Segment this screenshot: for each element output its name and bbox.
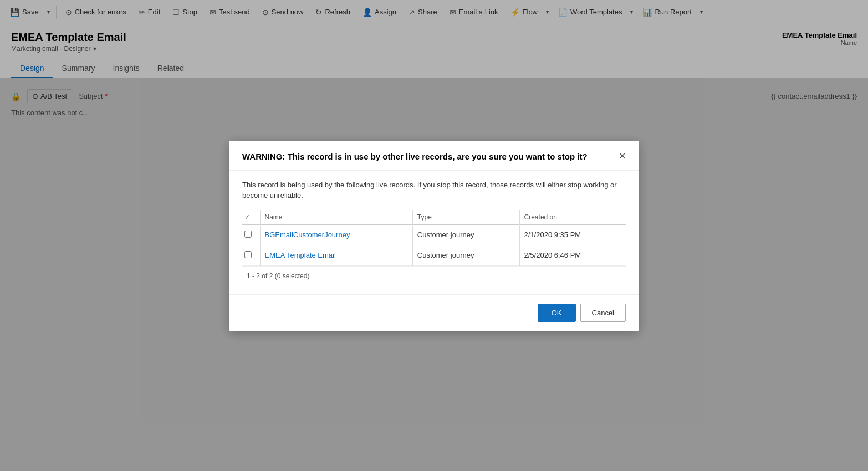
- table-name-header: Name: [260, 210, 412, 225]
- dialog-records-table: ✓ Name Type Created on BGEmailCustomerJo…: [242, 210, 626, 266]
- row-created-on: 2/1/2020 9:35 PM: [519, 224, 626, 245]
- row-type: Customer journey: [412, 245, 519, 265]
- row-type: Customer journey: [412, 224, 519, 245]
- cancel-button[interactable]: Cancel: [580, 304, 626, 322]
- table-row: BGEmailCustomerJourney Customer journey …: [242, 224, 626, 245]
- row-created-on: 2/5/2020 6:46 PM: [519, 245, 626, 265]
- row-checkbox[interactable]: [242, 224, 260, 245]
- ok-button[interactable]: OK: [538, 304, 576, 322]
- dialog-header: WARNING: This record is in use by other …: [229, 141, 639, 171]
- dialog-description: This record is being used by the followi…: [242, 180, 626, 201]
- row-name: BGEmailCustomerJourney: [260, 224, 412, 245]
- table-created-header: Created on: [519, 210, 626, 225]
- dialog-overlay: WARNING: This record is in use by other …: [0, 0, 868, 471]
- record-name-link[interactable]: BGEmailCustomerJourney: [265, 231, 350, 239]
- record-name-link[interactable]: EMEA Template Email: [265, 251, 336, 259]
- table-type-header: Type: [412, 210, 519, 225]
- warning-dialog: WARNING: This record is in use by other …: [229, 141, 639, 331]
- dialog-footer: OK Cancel: [229, 294, 639, 331]
- dialog-close-button[interactable]: ✕: [619, 152, 626, 161]
- table-check-header: ✓: [242, 210, 260, 225]
- dialog-title: WARNING: This record is in use by other …: [242, 152, 619, 161]
- dialog-body: This record is being used by the followi…: [229, 171, 639, 294]
- table-row: EMEA Template Email Customer journey 2/5…: [242, 245, 626, 265]
- row-name: EMEA Template Email: [260, 245, 412, 265]
- row-checkbox[interactable]: [242, 245, 260, 265]
- table-footer: 1 - 2 of 2 (0 selected): [242, 266, 626, 285]
